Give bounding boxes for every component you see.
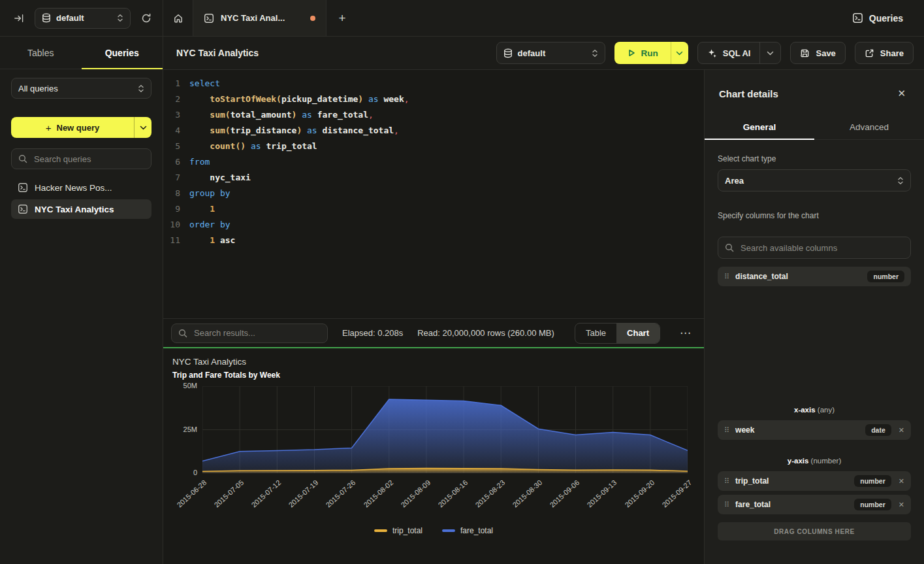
refresh-icon[interactable] [139,11,153,25]
results-toolbar: Elapsed: 0.208s Read: 20,000,000 rows (2… [163,318,704,347]
view-toggle: Table Chart [575,323,660,344]
column-type-badge: number [867,271,904,282]
available-columns: ⠿distance_totalnumber [718,267,911,286]
chart-type-value: Area [725,176,744,186]
new-tab-button[interactable]: + [327,0,358,36]
search-icon [725,243,734,252]
content: 1234567891011 select toStartOfWeek(picku… [163,70,924,564]
column-chip-fare_total[interactable]: ⠿fare_totalnumber✕ [718,495,911,514]
code-line: order by [189,217,704,233]
sql-ai-button[interactable]: SQL AI [697,42,782,64]
query-list-item[interactable]: Hacker News Pos... [11,178,151,197]
active-query-tab[interactable]: NYC Taxi Anal... [193,0,327,36]
query-filter-select[interactable]: All queries [11,78,151,99]
x-axis-columns: ⠿weekdate✕ [718,420,911,440]
chart-type-select[interactable]: Area [718,169,911,191]
column-name: fare_total [735,500,771,509]
line-number: 4 [163,123,180,139]
drag-handle-icon[interactable]: ⠿ [724,273,729,281]
database-icon [42,13,51,23]
x-axis-label: x-axis (any) [718,406,911,414]
column-chip-trip_total[interactable]: ⠿trip_totalnumber✕ [718,471,911,491]
run-split-button: Run [614,42,688,64]
main: NYC Taxi Analytics default Ru [163,37,924,564]
x-tick-label: 2015-09-27 [660,478,693,509]
x-tick-label: 2015-07-19 [287,478,320,509]
legend-item[interactable]: trip_total [374,526,422,535]
x-axis-group: x-axis (any) ⠿weekdate✕ [718,406,911,440]
new-query-button[interactable]: + New query [11,117,134,138]
remove-column-icon[interactable]: ✕ [899,426,904,435]
chart-section: NYC Taxi Analytics Trip and Fare Totals … [163,348,704,564]
query-icon [18,204,28,214]
remove-column-icon[interactable]: ✕ [899,477,904,486]
drop-zone[interactable]: DRAG COLUMNS HERE [718,522,911,540]
editor-code[interactable]: select toStartOfWeek(pickup_datetime) as… [189,76,704,318]
topbar-database-selector[interactable]: default [35,8,131,29]
queries-button[interactable]: Queries [848,12,907,24]
column-chip-week[interactable]: ⠿weekdate✕ [718,420,911,440]
tab-general[interactable]: General [705,114,814,139]
legend-swatch [442,529,455,532]
chart-xaxis: 2015-06-282015-07-052015-07-122015-07-19… [202,477,688,528]
share-label: Share [880,48,904,58]
panel-tabs: General Advanced [705,114,924,140]
header-database-selector[interactable]: default [496,42,605,64]
code-line: sum(total_amount) as fare_total, [189,107,704,123]
line-number: 1 [163,76,180,91]
run-button[interactable]: Run [614,42,671,64]
chart-subtitle: Trip and Fare Totals by Week [172,371,280,380]
drag-handle-icon[interactable]: ⠿ [724,426,729,435]
new-query-split-button: + New query [11,117,151,138]
query-item-label: NYC Taxi Analytics [35,205,114,214]
collapse-sidebar-icon[interactable] [12,11,26,25]
drag-handle-icon[interactable]: ⠿ [724,477,729,486]
column-chip-distance_total[interactable]: ⠿distance_totalnumber [718,267,911,286]
tab-advanced[interactable]: Advanced [814,114,924,139]
body: Tables Queries All queries + New query [0,37,924,564]
line-number: 10 [163,217,180,233]
chart-type-label: Select chart type [718,154,911,163]
line-number: 9 [163,201,180,217]
x-tick-label: 2015-07-26 [325,478,357,509]
share-icon [865,48,874,58]
sidebar-search-input[interactable] [33,154,144,165]
code-line: select [189,76,704,91]
remove-column-icon[interactable]: ✕ [899,501,904,509]
view-toggle-chart[interactable]: Chart [616,323,660,343]
share-button[interactable]: Share [855,42,914,64]
save-label: Save [816,48,835,58]
code-line: group by [189,186,704,201]
results-search-input[interactable] [193,327,321,339]
line-number: 2 [163,91,180,107]
x-tick-label: 2015-08-23 [473,478,506,509]
code-line: 1 asc [189,233,704,248]
query-list-item[interactable]: NYC Taxi Analytics [11,199,151,219]
tabstrip: NYC Taxi Anal... + [163,0,358,36]
sidebar: Tables Queries All queries + New query [0,37,163,564]
y-axis-columns: ⠿trip_totalnumber✕⠿fare_totalnumber✕ [718,471,911,514]
legend-swatch [374,529,387,532]
columns-search-input[interactable] [739,242,904,254]
sql-editor[interactable]: 1234567891011 select toStartOfWeek(picku… [163,70,704,318]
code-line: from [189,154,704,170]
sidebar-tab-tables[interactable]: Tables [0,37,82,69]
x-tick-label: 2015-07-12 [249,478,282,509]
columns-search [718,237,911,259]
sql-ai-dropdown-icon[interactable] [759,42,774,63]
x-tick-label: 2015-07-05 [212,478,245,509]
run-dropdown[interactable] [671,42,688,64]
close-icon[interactable]: ✕ [893,87,910,100]
sidebar-tab-queries[interactable]: Queries [82,37,163,69]
home-tab[interactable] [163,0,193,36]
x-tick-label: 2015-08-16 [436,478,469,509]
drag-handle-icon[interactable]: ⠿ [724,501,729,509]
column-name: distance_total [735,272,788,281]
more-options-icon[interactable]: ⋯ [675,326,696,340]
view-toggle-table[interactable]: Table [575,323,616,343]
new-query-dropdown[interactable] [134,117,151,138]
chart-title: NYC Taxi Analytics [172,357,246,367]
save-button[interactable]: Save [790,42,845,64]
legend-item[interactable]: fare_total [442,526,493,535]
chevrons-updown-icon [117,14,123,22]
